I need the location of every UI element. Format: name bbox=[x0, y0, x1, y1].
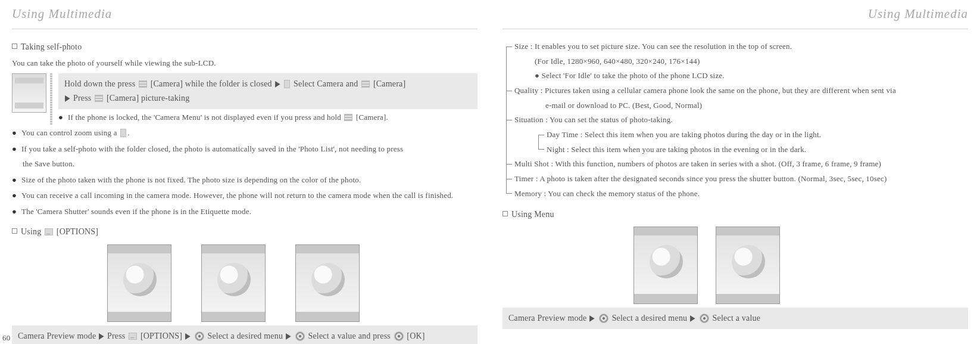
bullet-autosave: If you take a self-photo with the folder… bbox=[21, 142, 477, 157]
options-tree: Size : It enables you to set picture siz… bbox=[503, 39, 968, 202]
instr-text: [Camera] bbox=[373, 79, 405, 88]
instr-text: Hold down the press bbox=[64, 79, 135, 88]
options-screenshots bbox=[107, 244, 477, 322]
tree-size-detail: (For Idle, 1280×960, 640×480, 320×240, 1… bbox=[503, 54, 968, 69]
note-text: [Camera]. bbox=[356, 113, 388, 122]
tree-situation-night: Night : Select this item when you are ta… bbox=[535, 142, 968, 157]
tree-quality: Quality : Pictures taken using a cellula… bbox=[503, 83, 968, 98]
section-using-menu: Using Menu bbox=[503, 207, 968, 223]
right-page: Using Multimedia Size : It enables you t… bbox=[491, 0, 980, 329]
ok-icon bbox=[394, 331, 404, 341]
camera-key-icon bbox=[361, 80, 370, 88]
tree-text: Select 'For Idle' to take the photo of t… bbox=[542, 71, 725, 80]
strip-text: Select a desired menu bbox=[612, 314, 688, 323]
strip-text: [OPTIONS] bbox=[141, 331, 182, 340]
page-title-left: Using Multimedia bbox=[12, 0, 477, 29]
updown-key-icon bbox=[120, 129, 126, 137]
options-steps-strip: Camera Preview mode ▶ Press [OPTIONS] ▶ … bbox=[12, 326, 477, 344]
menu-screenshots bbox=[633, 227, 968, 304]
phone-screenshot bbox=[633, 227, 698, 304]
lock-note: If the phone is locked, the 'Camera Menu… bbox=[68, 110, 477, 125]
instruction-steps: Hold down the press [Camera] while the f… bbox=[58, 73, 477, 109]
tree-situation: Situation : You can set the status of ph… bbox=[503, 113, 968, 128]
arrow-icon: ▶ bbox=[589, 311, 595, 326]
instr-text: [Camera] picture-taking bbox=[107, 94, 189, 103]
phone-screenshot bbox=[107, 244, 171, 322]
menu-steps-strip: Camera Preview mode ▶ Select a desired m… bbox=[503, 308, 968, 329]
strip-text: Camera Preview mode bbox=[508, 314, 586, 323]
section-title-text: Using bbox=[21, 227, 41, 236]
strip-text: Select a value and press bbox=[308, 331, 391, 340]
tree-size-note: ● Select 'For Idle' to take the photo of… bbox=[503, 69, 968, 83]
tree-timer: Timer : A photo is taken after the desig… bbox=[503, 172, 968, 187]
tree-quality-detail: e-mail or download to PC. (Best, Good, N… bbox=[503, 98, 968, 113]
dpad-icon bbox=[599, 314, 608, 323]
bullet-size: Size of the photo taken with the phone i… bbox=[21, 173, 477, 188]
strip-text: [OK] bbox=[407, 331, 425, 340]
sub-lcd-thumbnail bbox=[12, 73, 46, 113]
page-number: 60 bbox=[2, 331, 10, 344]
arrow-icon: ▶ bbox=[99, 329, 104, 343]
instr-text: Press bbox=[73, 94, 92, 103]
arrow-icon: ▶ bbox=[65, 91, 70, 106]
bullet-call: You can receive a call incoming in the c… bbox=[21, 188, 477, 203]
strip-text: Camera Preview mode bbox=[18, 331, 96, 340]
arrow-icon: ▶ bbox=[275, 77, 280, 91]
bullet-shutter: The 'Camera Shutter' sounds even if the … bbox=[21, 204, 477, 219]
arrow-icon: ▶ bbox=[185, 329, 191, 343]
section-using-options: Using [OPTIONS] bbox=[12, 224, 477, 240]
instr-text: Select Camera and bbox=[294, 79, 358, 88]
strip-text: Press bbox=[107, 331, 126, 340]
arrow-icon: ▶ bbox=[286, 329, 291, 343]
bullet-text: If you take a self-photo with the folder… bbox=[21, 144, 403, 153]
camera-key-icon bbox=[139, 80, 147, 88]
camera-key-icon bbox=[344, 114, 352, 121]
instr-text: [Camera] while the folder is closed bbox=[151, 79, 272, 88]
tree-situation-day: Day Time : Select this item when you are… bbox=[535, 128, 968, 142]
bullet-autosave-cont: the Save button. bbox=[12, 157, 477, 172]
page-title-right: Using Multimedia bbox=[503, 0, 968, 29]
section-title-text: [OPTIONS] bbox=[57, 227, 98, 236]
strip-text: Select a value bbox=[713, 314, 761, 323]
bullet-zoom: You can control zoom using a . bbox=[21, 126, 477, 141]
section-title-text: Using Menu bbox=[511, 210, 554, 219]
section-taking-self-photo: Taking self-photo bbox=[12, 39, 477, 55]
section-title-text: Taking self-photo bbox=[21, 42, 82, 51]
divider-bar bbox=[50, 73, 52, 125]
arrow-icon: ▶ bbox=[690, 311, 695, 326]
phone-screenshot bbox=[295, 244, 360, 322]
softkey-options-icon bbox=[45, 228, 53, 235]
camera-key-icon bbox=[95, 95, 103, 102]
updown-key-icon bbox=[284, 80, 290, 88]
softkey-options-icon bbox=[129, 333, 137, 340]
phone-screenshot bbox=[716, 227, 780, 304]
note-text: If the phone is locked, the 'Camera Menu… bbox=[68, 113, 341, 122]
left-page: Using Multimedia Taking self-photo You c… bbox=[0, 0, 489, 344]
tree-multishot: Multi Shot : With this function, numbers… bbox=[503, 157, 968, 172]
dpad-icon bbox=[295, 331, 305, 341]
bullet-text: You can control zoom using a bbox=[21, 128, 117, 137]
phone-screenshot bbox=[201, 244, 266, 322]
tree-memory: Memory : You can check the memory status… bbox=[503, 187, 968, 202]
dpad-icon bbox=[195, 331, 204, 341]
strip-text: Select a desired menu bbox=[207, 331, 283, 340]
self-photo-intro: You can take the photo of yourself while… bbox=[12, 56, 477, 71]
tree-size: Size : It enables you to set picture siz… bbox=[503, 39, 968, 54]
dpad-icon bbox=[700, 314, 709, 323]
